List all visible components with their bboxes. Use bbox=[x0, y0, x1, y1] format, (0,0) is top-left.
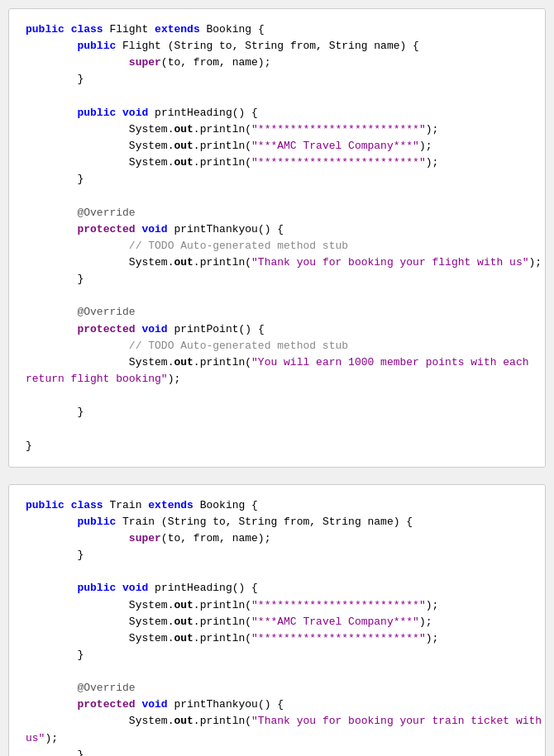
flight-code-block: public class Flight extends Booking { pu… bbox=[8, 8, 546, 468]
train-code-block: public class Train extends Booking { pub… bbox=[8, 484, 546, 756]
